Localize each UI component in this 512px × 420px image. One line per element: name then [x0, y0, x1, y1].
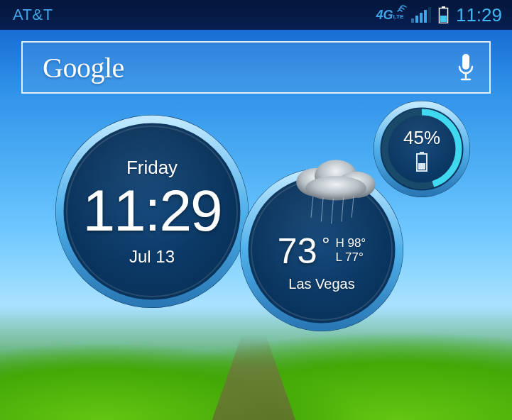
- svg-line-19: [311, 197, 313, 218]
- svg-rect-2: [420, 13, 423, 23]
- svg-rect-29: [418, 163, 425, 170]
- status-time: 11:29: [456, 4, 502, 26]
- clock-time: 11:29: [82, 182, 221, 240]
- weather-city: Las Vegas: [288, 276, 354, 292]
- google-search-bar[interactable]: Google: [21, 41, 491, 94]
- weather-low: L 77°: [335, 250, 366, 265]
- svg-rect-3: [424, 10, 427, 23]
- svg-line-22: [342, 197, 344, 221]
- weather-temp: 73: [278, 233, 317, 269]
- clock-content: Friday 11:29 Jul 13: [55, 115, 249, 308]
- status-battery-icon: [438, 6, 449, 23]
- weather-high: H 98°: [335, 236, 366, 250]
- mic-icon[interactable]: [457, 52, 475, 82]
- svg-rect-0: [411, 18, 414, 23]
- status-right: 4G LTE 11:29: [376, 4, 502, 26]
- clock-widget[interactable]: Friday 11:29 Jul 13: [55, 115, 249, 308]
- clock-day: Friday: [126, 157, 178, 179]
- svg-rect-4: [428, 7, 431, 23]
- clock-date: Jul 13: [129, 247, 175, 267]
- carrier-label: AT&T: [13, 6, 53, 24]
- svg-line-20: [321, 197, 323, 221]
- battery-percent: 45%: [403, 127, 440, 149]
- svg-rect-7: [440, 16, 447, 22]
- network-4g-text: 4G: [376, 8, 393, 23]
- battery-icon: [415, 152, 428, 172]
- svg-point-18: [305, 176, 366, 200]
- weather-widget[interactable]: 73 H 98° L 77° Las Vegas: [240, 168, 403, 331]
- network-4g-icon: 4G LTE: [376, 8, 403, 23]
- google-logo: Google: [43, 51, 124, 84]
- status-bar: AT&T 4G LTE 11:29: [0, 0, 512, 30]
- svg-rect-1: [415, 16, 418, 23]
- svg-rect-8: [462, 54, 469, 70]
- signal-icon: [411, 7, 431, 23]
- rain-cloud-icon: [268, 157, 403, 228]
- svg-line-21: [332, 199, 334, 224]
- network-lte-text: LTE: [393, 13, 404, 20]
- svg-line-23: [352, 197, 354, 218]
